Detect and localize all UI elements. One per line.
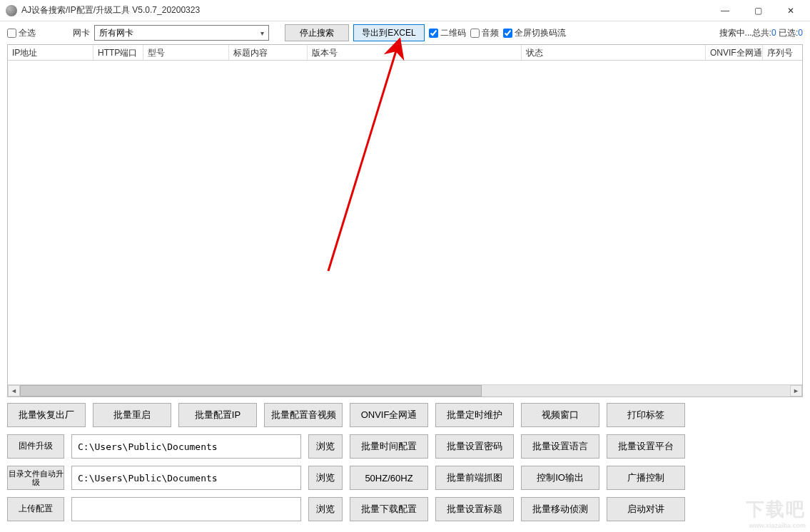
upload-browse-button[interactable]: 浏览 — [308, 497, 343, 521]
batch-snapshot-button[interactable]: 批量前端抓图 — [435, 466, 514, 490]
scroll-right-icon[interactable]: ► — [790, 385, 802, 397]
nic-select[interactable]: 所有网卡 — [94, 25, 269, 41]
titlebar: AJ设备搜索/IP配置/升级工具 V5.0.7_20200323 — ▢ ✕ — [0, 0, 810, 21]
batch-language-button[interactable]: 批量设置语言 — [521, 434, 599, 459]
app-icon — [6, 5, 17, 16]
scroll-left-icon[interactable]: ◄ — [8, 385, 20, 397]
dir-path-input[interactable]: C:\Users\Public\Documents — [71, 466, 301, 490]
export-excel-button[interactable]: 导出到EXCEL — [353, 24, 425, 41]
table-header: IP地址 HTTP端口 型号 标题内容 版本号 状态 ONVIF全网通 序列号 — [8, 45, 802, 61]
batch-platform-button[interactable]: 批量设置平台 — [607, 434, 685, 459]
batch-password-button[interactable]: 批量设置密码 — [435, 434, 514, 459]
col-version[interactable]: 版本号 — [308, 45, 522, 60]
firmware-path-input[interactable]: C:\Users\Public\Documents — [71, 434, 301, 459]
fullscreen-switch-checkbox[interactable]: 全屏切换码流 — [503, 27, 566, 39]
window-controls: — ▢ ✕ — [709, 1, 807, 21]
col-status[interactable]: 状态 — [522, 45, 706, 60]
batch-restore-button[interactable]: 批量恢复出厂 — [7, 403, 86, 427]
qrcode-checkbox[interactable]: 二维码 — [429, 27, 466, 39]
batch-time-button[interactable]: 批量时间配置 — [350, 434, 428, 459]
bottom-panel: 批量恢复出厂 批量重启 批量配置IP 批量配置音视频 ONVIF全网通 批量定时… — [0, 397, 810, 528]
col-ip[interactable]: IP地址 — [8, 45, 93, 60]
print-label-button[interactable]: 打印标签 — [607, 403, 685, 427]
audio-checkbox[interactable]: 音频 — [470, 27, 499, 39]
col-http-port[interactable]: HTTP端口 — [93, 45, 143, 60]
upload-path-input[interactable] — [71, 497, 301, 521]
batch-title-button[interactable]: 批量设置标题 — [435, 497, 514, 521]
col-serial[interactable]: 序列号 — [763, 45, 802, 60]
upload-config-button[interactable]: 上传配置 — [7, 497, 64, 521]
io-control-button[interactable]: 控制IO输出 — [521, 466, 599, 490]
table-body[interactable] — [8, 61, 802, 384]
watermark: 下载吧 www.xiazaiba.com — [746, 497, 806, 529]
col-onvif[interactable]: ONVIF全网通 — [706, 45, 763, 60]
batch-motion-button[interactable]: 批量移动侦测 — [521, 497, 599, 521]
firmware-upgrade-button[interactable]: 固件升级 — [7, 434, 64, 459]
stop-search-button[interactable]: 停止搜索 — [285, 24, 349, 41]
select-all-checkbox[interactable]: 全选 — [7, 27, 36, 39]
batch-config-av-button[interactable]: 批量配置音视频 — [264, 403, 343, 427]
batch-download-config-button[interactable]: 批量下载配置 — [350, 497, 428, 521]
batch-schedule-button[interactable]: 批量定时维护 — [435, 403, 514, 427]
close-button[interactable]: ✕ — [774, 1, 807, 21]
toolbar: 全选 网卡 所有网卡 停止搜索 导出到EXCEL 二维码 音频 全屏切换码流 搜… — [0, 21, 810, 44]
horizontal-scrollbar[interactable]: ◄ ► — [8, 384, 802, 397]
batch-reboot-button[interactable]: 批量重启 — [93, 403, 171, 427]
start-talk-button[interactable]: 启动对讲 — [607, 497, 685, 521]
device-table: IP地址 HTTP端口 型号 标题内容 版本号 状态 ONVIF全网通 序列号 … — [7, 44, 803, 397]
video-window-button[interactable]: 视频窗口 — [521, 403, 599, 427]
window-title: AJ设备搜索/IP配置/升级工具 V5.0.7_20200323 — [21, 4, 709, 16]
search-status: 搜索中...总共:0 已选:0 — [719, 27, 803, 39]
col-model[interactable]: 型号 — [143, 45, 229, 60]
broadcast-button[interactable]: 广播控制 — [607, 466, 685, 490]
col-title[interactable]: 标题内容 — [229, 45, 308, 60]
hz-button[interactable]: 50HZ/60HZ — [350, 466, 428, 490]
scroll-thumb[interactable] — [20, 385, 482, 397]
onvif-button[interactable]: ONVIF全网通 — [350, 403, 428, 427]
firmware-browse-button[interactable]: 浏览 — [308, 434, 343, 459]
batch-config-ip-button[interactable]: 批量配置IP — [178, 403, 257, 427]
maximize-button[interactable]: ▢ — [741, 1, 774, 21]
dir-browse-button[interactable]: 浏览 — [308, 466, 343, 490]
dir-auto-upgrade-button[interactable]: 目录文件自动升级 — [7, 466, 64, 490]
nic-label: 网卡 — [73, 27, 90, 39]
minimize-button[interactable]: — — [709, 1, 741, 21]
